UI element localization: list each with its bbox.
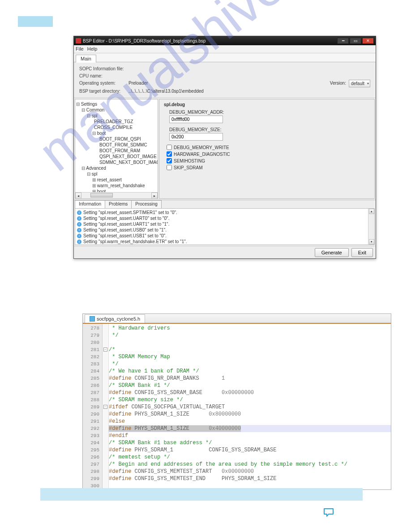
log-line: Setting "spl.reset_assert.USB0" set to "… — [83, 227, 167, 233]
exit-button[interactable]: Exit — [351, 248, 373, 257]
tree-spl[interactable]: spl — [92, 113, 98, 118]
tree-boot[interactable]: boot — [97, 131, 106, 136]
log-line: Setting "spl.reset_assert.UART1" set to … — [83, 221, 169, 227]
cpu-name-label: CPU name: — [79, 73, 128, 79]
tab-problems[interactable]: Problems — [105, 200, 132, 208]
tree-boot-sdmmc[interactable]: BOOT_FROM_SDMMC — [99, 142, 147, 147]
minimize-button[interactable]: ━ — [337, 38, 349, 44]
log-vertical-scrollbar[interactable]: ▴ ▾ — [368, 209, 374, 245]
chk-skip-sdram[interactable] — [167, 165, 172, 170]
info-icon: i — [77, 222, 81, 227]
maximize-button[interactable]: ▭ — [350, 38, 361, 44]
tab-main[interactable]: Main — [76, 55, 96, 63]
chk-skip-sdram-label: SKIP_SDRAM — [174, 165, 202, 170]
chk-semihosting[interactable] — [167, 158, 172, 163]
tree-reset-assert[interactable]: reset_assert — [97, 177, 122, 182]
footer-bar — [40, 488, 363, 501]
chk-debug-mem-write-label: DEBUG_MEMORY_WRITE — [174, 145, 229, 150]
log-line: Setting "spl.reset_assert.SPTIMER1" set … — [83, 210, 177, 215]
log-line: Setting "spl.reset_assert.USB1" set to "… — [83, 233, 167, 239]
scroll-right-button[interactable]: ▸ — [151, 193, 158, 199]
sopc-info-panel: SOPC Information file: CPU name: Operati… — [74, 62, 376, 98]
window-titlebar[interactable]: BSP Editor - D:\SR\HPS_DDR3\software\spl… — [74, 36, 376, 45]
tree-warm-reset[interactable]: warm_reset_handshake — [97, 183, 145, 188]
debug-addr-label: DEBUG_MEMORY_ADDR: — [169, 110, 370, 115]
code-file-tab-label: socfpga_cyclone5.h — [97, 316, 140, 322]
code-body[interactable]: 2782792802812822832842852862872882892902… — [83, 324, 391, 489]
version-select[interactable]: default — [349, 80, 370, 87]
log-line: Setting "spl.warm_reset_handshake.FPGA" … — [83, 245, 190, 245]
sopc-file-label: SOPC Information file: — [79, 65, 128, 72]
info-icon: i — [77, 240, 81, 244]
fold-toggle[interactable]: − — [103, 348, 107, 352]
chk-debug-mem-write[interactable] — [167, 145, 172, 150]
page-corner-tab — [18, 16, 53, 27]
menu-file[interactable]: File — [76, 46, 84, 52]
tree-preloader-tgz[interactable]: PRELOADER_TGZ — [94, 119, 133, 124]
info-icon: i — [77, 228, 81, 232]
tree-sdmmc-next[interactable]: SDMMC_NEXT_BOOT_IMAGE — [99, 160, 158, 165]
close-button[interactable]: ✕ — [362, 38, 374, 44]
os-label: Operating system: — [79, 80, 128, 87]
tree-spl2[interactable]: spl — [92, 172, 98, 176]
scroll-left-button[interactable]: ◂ — [75, 193, 81, 199]
debug-size-label: DEBUG_MEMORY_SIZE: — [169, 127, 370, 132]
log-line: Setting "spl.reset_assert.UART0" set to … — [83, 215, 169, 221]
debug-size-input[interactable] — [169, 133, 223, 141]
tree-common[interactable]: Common — [86, 107, 105, 112]
tree-boot-ram[interactable]: BOOT_FROM_RAM — [99, 148, 140, 153]
log-line: Setting "spl.warm_reset_handshake.ETR" s… — [83, 239, 187, 245]
chk-hw-diagnostic[interactable] — [167, 151, 172, 157]
os-value: Preloader — [128, 80, 276, 87]
scroll-up-button[interactable]: ▴ — [369, 209, 374, 214]
generate-button[interactable]: Generate — [315, 248, 349, 257]
info-icon: i — [77, 234, 81, 238]
code-tabbar: socfpga_cyclone5.h — [83, 314, 391, 324]
tree-qspi-next[interactable]: QSPI_NEXT_BOOT_IMAGE — [99, 154, 157, 159]
debug-settings-form: spl.debug DEBUG_MEMORY_ADDR: DEBUG_MEMOR… — [159, 99, 375, 199]
menu-bar: File Help — [74, 45, 376, 53]
tab-information[interactable]: Information — [75, 200, 105, 208]
bottom-tabbar: Information Problems Processing — [74, 200, 376, 208]
tree-advanced[interactable]: Advanced — [86, 166, 106, 171]
log-panel[interactable]: iSetting "spl.reset_assert.SPTIMER1" set… — [75, 208, 375, 245]
action-bar: Generate Exit — [74, 246, 376, 258]
debug-addr-input[interactable] — [169, 116, 223, 123]
bsp-dir-label: BSP target directory: — [79, 88, 128, 94]
settings-tree[interactable]: ⊟ Settings ⊟ Common ⊟ spl PRELOADER_TGZ … — [75, 99, 158, 199]
file-icon — [90, 316, 95, 322]
scroll-down-button[interactable]: ▾ — [369, 239, 374, 245]
tree-settings[interactable]: Settings — [81, 102, 97, 107]
app-icon — [76, 38, 81, 43]
code-content[interactable]: * Hardware drivers */ /* * SDRAM Memory … — [109, 324, 391, 489]
info-icon: i — [77, 210, 81, 215]
form-title: spl.debug — [164, 102, 370, 107]
code-file-tab[interactable]: socfpga_cyclone5.h — [85, 314, 145, 323]
tree-boot-qspi[interactable]: BOOT_FROM_QSPI — [99, 137, 141, 142]
upper-tabbar: Main — [74, 53, 376, 62]
bsp-editor-window: BSP Editor - D:\SR\HPS_DDR3\software\spl… — [73, 36, 376, 259]
tab-processing[interactable]: Processing — [131, 200, 161, 208]
version-label: Version: — [330, 80, 346, 87]
line-number-gutter: 2782792802812822832842852862872882892902… — [83, 324, 103, 489]
feedback-icon[interactable] — [323, 508, 334, 518]
chk-hw-diagnostic-label: HARDWARE_DIAGNOSTIC — [174, 152, 230, 157]
tree-horizontal-scrollbar[interactable]: ◂ ▸ — [75, 192, 158, 198]
chk-semihosting-label: SEMIHOSTING — [174, 159, 205, 163]
fold-toggle[interactable]: − — [103, 405, 107, 409]
menu-help[interactable]: Help — [87, 46, 98, 52]
bsp-dir-value: ..\..\..\..\..\C:\altera\13.0sp1\embedde… — [128, 88, 370, 94]
fold-gutter[interactable]: − − — [103, 324, 109, 489]
code-editor-window: socfpga_cyclone5.h 278279280281282283284… — [82, 313, 391, 490]
tree-cross-compile[interactable]: CROSS_COMPILE — [94, 125, 133, 130]
window-title: BSP Editor - D:\SR\HPS_DDR3\software\spl… — [83, 39, 336, 43]
scroll-thumb[interactable] — [90, 193, 113, 197]
info-icon: i — [77, 216, 81, 221]
